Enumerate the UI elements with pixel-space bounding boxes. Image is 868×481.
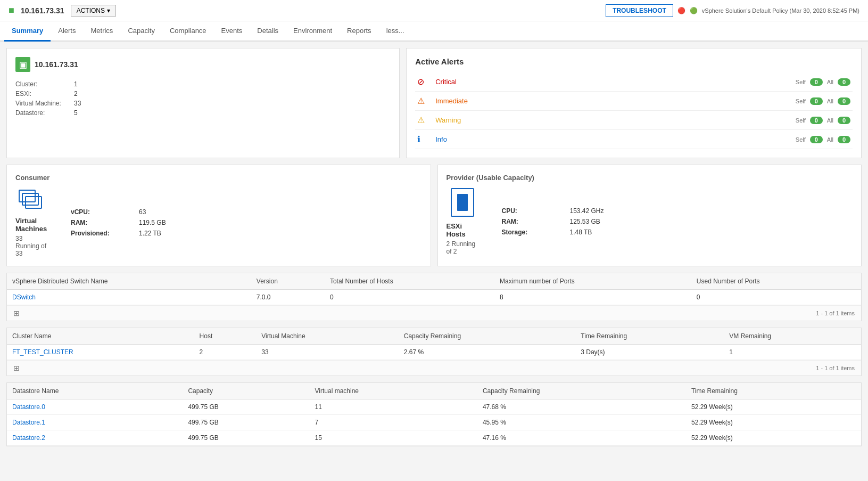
- alert-self-critical: 0: [810, 78, 823, 86]
- provider-label: ESXi Hosts: [447, 222, 478, 238]
- col-header: Capacity: [183, 383, 309, 400]
- switch-pagination-icon: ⊞: [13, 309, 20, 317]
- table-link[interactable]: Datastore.0: [12, 403, 45, 411]
- stat-label: vCPU:: [71, 208, 135, 216]
- info-value: 33: [74, 100, 391, 107]
- nav-tab-events[interactable]: Events: [214, 21, 250, 42]
- col-header: Virtual machine: [310, 383, 477, 400]
- table-link[interactable]: Datastore.1: [12, 419, 45, 426]
- col-header: Capacity Remaining: [399, 328, 576, 345]
- alert-counts-immediate: Self 0 All 0: [796, 97, 850, 105]
- table-cell: 8: [494, 290, 691, 305]
- host-ip-title: 10.161.73.31: [21, 6, 64, 15]
- nav-tab-compliance[interactable]: Compliance: [162, 21, 214, 42]
- info-table: Cluster:1ESXi:2Virtual Machine:33Datasto…: [15, 80, 391, 117]
- table-cell: 52.29 Week(s): [686, 415, 861, 430]
- table-link[interactable]: Datastore.2: [12, 434, 45, 442]
- alert-name-warning[interactable]: Warning: [435, 116, 796, 124]
- table-row: DSwitch7.0.0080: [7, 290, 861, 305]
- info-panel-header: ▣ 10.161.73.31: [15, 57, 391, 72]
- table-link-cell[interactable]: Datastore.1: [7, 415, 183, 430]
- table-cell: 52.29 Week(s): [686, 400, 861, 415]
- table-cell: 499.75 GB: [183, 430, 309, 446]
- alert-counts-warning: Self 0 All 0: [796, 117, 850, 124]
- table-cell: 3 Day(s): [575, 345, 724, 360]
- top-bar-left: ■ 10.161.73.31 ACTIONS ▾: [9, 5, 116, 17]
- col-header: Time Remaining: [686, 383, 861, 400]
- table-cell: 1: [724, 345, 861, 360]
- host-name-label: 10.161.73.31: [35, 60, 78, 69]
- alert-name-critical[interactable]: Critical: [435, 78, 796, 86]
- cluster-pagination-icon: ⊞: [13, 364, 20, 372]
- consumer-panel: Consumer Virtual Machines 33 Running of …: [6, 165, 431, 266]
- alert-row-warning: ⚠ Warning Self 0 All 0: [415, 111, 853, 130]
- nav-tab-environment[interactable]: Environment: [286, 21, 340, 42]
- table-cell: 47.16 %: [477, 430, 686, 446]
- table-link-cell[interactable]: Datastore.2: [7, 430, 183, 446]
- provider-sublabel: 2 Running of 2: [447, 240, 478, 255]
- policy-text: vSphere Solution's Default Policy (Mar 3…: [702, 7, 859, 14]
- nav-tab-reports[interactable]: Reports: [340, 21, 379, 42]
- table-link-cell[interactable]: DSwitch: [7, 290, 251, 305]
- datastore-table: Datastore NameCapacityVirtual machineCap…: [7, 383, 861, 446]
- vm-icon: [18, 188, 45, 215]
- resource-panels: Consumer Virtual Machines 33 Running of …: [6, 165, 862, 266]
- col-header: Host: [194, 328, 257, 345]
- table-link-cell[interactable]: Datastore.0: [7, 400, 183, 415]
- table-cell: 0: [691, 290, 861, 305]
- table-cell: 52.29 Week(s): [686, 430, 861, 446]
- info-value: 2: [74, 90, 391, 97]
- nav-tab-summary[interactable]: Summary: [4, 21, 51, 42]
- nav-tab-capacity[interactable]: Capacity: [120, 21, 162, 42]
- provider-title: Provider (Usable Capacity): [447, 174, 853, 182]
- table-cell: 499.75 GB: [183, 415, 309, 430]
- actions-button[interactable]: ACTIONS ▾: [71, 5, 116, 17]
- col-header: Cluster Name: [7, 328, 194, 345]
- stat-label: Provisioned:: [71, 230, 135, 237]
- table-link[interactable]: FT_TEST_CLUSTER: [12, 348, 73, 356]
- status-icon-1: 🔴: [677, 7, 685, 14]
- col-header: Version: [251, 273, 325, 290]
- esxi-icon: [451, 188, 474, 217]
- table-row: Datastore.1499.75 GB745.95 %52.29 Week(s…: [7, 415, 861, 430]
- cluster-table-section: Cluster NameHostVirtual MachineCapacity …: [6, 328, 862, 376]
- table-cell: 499.75 GB: [183, 400, 309, 415]
- info-label: Virtual Machine:: [15, 100, 74, 107]
- info-value: 1: [74, 80, 391, 88]
- stat-value: 153.42 GHz: [570, 207, 604, 215]
- nav-tab-alerts[interactable]: Alerts: [51, 21, 83, 42]
- stat-value: 1.22 TB: [139, 230, 166, 237]
- cluster-pagination: 1 - 1 of 1 items: [816, 365, 855, 371]
- datastore-table-section: Datastore NameCapacityVirtual machineCap…: [6, 382, 862, 446]
- col-header: Capacity Remaining: [477, 383, 686, 400]
- nav-tab-details[interactable]: Details: [250, 21, 286, 42]
- table-row: FT_TEST_CLUSTER2332.67 %3 Day(s)1: [7, 345, 861, 360]
- table-cell: 2.67 %: [399, 345, 576, 360]
- alert-row-immediate: ⚠ Immediate Self 0 All 0: [415, 92, 853, 111]
- col-header: Time Remaining: [575, 328, 724, 345]
- alerts-panel: Active Alerts ⊘ Critical Self 0 All 0 ⚠ …: [406, 48, 862, 158]
- stat-value: 125.53 GB: [570, 218, 604, 225]
- col-header: Total Number of Hosts: [325, 273, 494, 290]
- cluster-table-footer: ⊞ 1 - 1 of 1 items: [7, 360, 861, 376]
- alert-icon-immediate: ⚠: [417, 96, 430, 106]
- provider-content: ESXi Hosts 2 Running of 2 CPU:153.42 GHz…: [447, 188, 853, 255]
- nav-tab-less[interactable]: less...: [379, 21, 412, 42]
- consumer-sublabel: 33 Running of 33: [15, 235, 47, 257]
- alert-all-immediate: 0: [838, 97, 850, 105]
- table-link-cell[interactable]: FT_TEST_CLUSTER: [7, 345, 194, 360]
- provider-stats: CPU:153.42 GHzRAM:125.53 GBStorage:1.48 …: [502, 207, 604, 236]
- top-panels: ▣ 10.161.73.31 Cluster:1ESXi:2Virtual Ma…: [6, 48, 862, 158]
- col-header: Virtual Machine: [256, 328, 399, 345]
- esxi-icon-block: ESXi Hosts 2 Running of 2: [447, 188, 478, 255]
- alert-name-info[interactable]: Info: [435, 135, 796, 143]
- consumer-stats: vCPU:63RAM:119.5 GBProvisioned:1.22 TB: [71, 208, 166, 237]
- nav-tab-metrics[interactable]: Metrics: [83, 21, 120, 42]
- host-status-icon: ■: [9, 5, 14, 16]
- troubleshoot-button[interactable]: TROUBLESHOOT: [606, 4, 673, 17]
- consumer-content: Virtual Machines 33 Running of 33 vCPU:6…: [15, 188, 422, 257]
- table-link[interactable]: DSwitch: [12, 294, 36, 301]
- svg-rect-1: [22, 193, 38, 205]
- alert-name-immediate[interactable]: Immediate: [435, 97, 796, 105]
- main-content: ▣ 10.161.73.31 Cluster:1ESXi:2Virtual Ma…: [0, 42, 868, 453]
